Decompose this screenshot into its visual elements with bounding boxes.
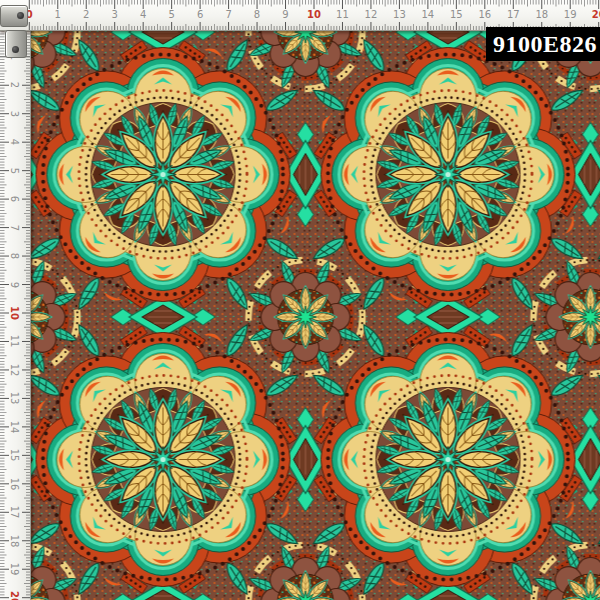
ruler-number: 20: [9, 591, 19, 600]
ruler-number: 18: [9, 534, 19, 547]
ruler-number: 6: [197, 10, 203, 20]
ruler-number: 1: [55, 10, 61, 20]
ruler-number: 18: [535, 10, 548, 20]
ruler-number: 13: [9, 392, 19, 405]
ruler-number: 3: [9, 111, 19, 117]
ruler-number: 20: [592, 10, 600, 20]
product-code-badge: 9100E826: [486, 27, 600, 61]
ruler-number: 15: [9, 449, 19, 462]
ruler-number: 9: [282, 10, 288, 20]
ruler-clip-horizontal: [0, 5, 28, 27]
ruler-number: 8: [9, 253, 19, 259]
ruler-number: 14: [9, 421, 19, 434]
ruler-number: 17: [507, 10, 520, 20]
ruler-clip-vertical: [5, 30, 27, 58]
ruler-number: 5: [9, 167, 19, 173]
ruler-number: 17: [9, 506, 19, 519]
ruler-number: 7: [225, 10, 231, 20]
rivet-icon: [12, 46, 19, 53]
ruler-number: 12: [365, 10, 378, 20]
ruler-number: 11: [9, 335, 19, 348]
ruler-number: 7: [9, 224, 19, 230]
ruler-number: 19: [564, 10, 577, 20]
ruler-number: 4: [9, 139, 19, 145]
ruler-number: 16: [478, 10, 491, 20]
ruler-number: 8: [254, 10, 260, 20]
ruler-number: 2: [9, 82, 19, 88]
ruler-number: 5: [168, 10, 174, 20]
ruler-number: 14: [422, 10, 435, 20]
product-code-text: 9100E826: [493, 31, 597, 58]
ruler-number: 10: [9, 306, 19, 320]
ruler-number: 9: [9, 281, 19, 287]
ruler-number: 15: [450, 10, 463, 20]
fabric-pattern-svg: [0, 0, 600, 600]
ruler-number: 11: [336, 10, 349, 20]
ruler-number: 4: [140, 10, 146, 20]
ruler-number: 3: [112, 10, 118, 20]
ruler-number: 12: [9, 364, 19, 377]
left-ruler: 01234567891011121314151617181920: [0, 0, 31, 600]
ruler-number: 13: [393, 10, 406, 20]
rivet-icon: [17, 12, 24, 19]
fabric-preview: 01234567891011121314151617181920 0123456…: [0, 0, 600, 600]
ruler-number: 2: [83, 10, 89, 20]
ruler-number: 10: [307, 10, 321, 20]
ruler-number: 19: [9, 563, 19, 576]
ruler-number: 6: [9, 196, 19, 202]
ruler-number: 16: [9, 477, 19, 490]
